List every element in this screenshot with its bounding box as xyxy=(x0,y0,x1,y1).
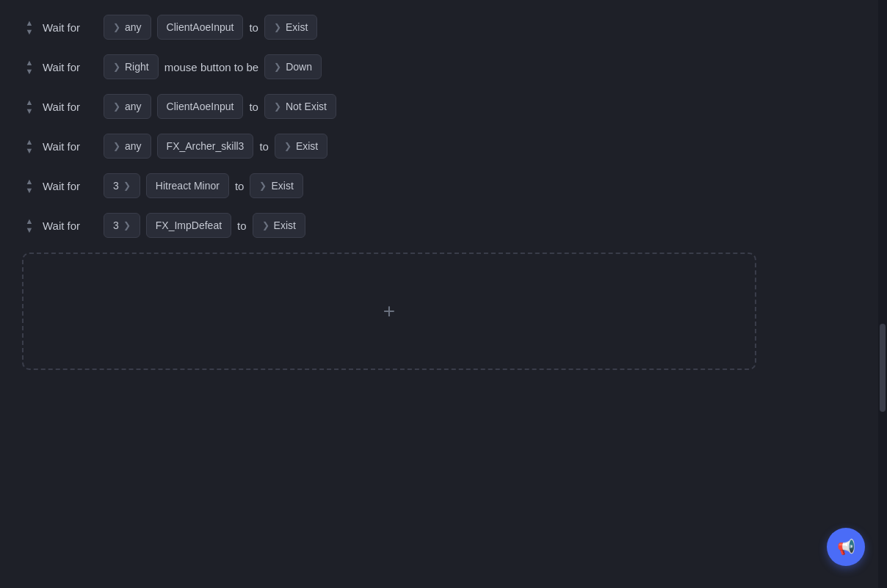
arrow-up-5[interactable]: ▲ xyxy=(26,178,34,186)
mid-text-2: mouse button to be xyxy=(164,61,258,73)
chevron-icon-2b: ❯ xyxy=(274,62,281,72)
add-row-area[interactable]: + xyxy=(22,253,756,370)
arrow-down-4[interactable]: ▼ xyxy=(26,147,34,155)
qualifier-value-4: any xyxy=(125,140,142,152)
sort-arrows-3[interactable]: ▲ ▼ xyxy=(22,98,37,115)
value-text-1: ClientAoeInput xyxy=(167,21,234,33)
arrow-down-3[interactable]: ▼ xyxy=(26,107,34,115)
condition-value-4: Exist xyxy=(296,140,318,152)
chevron-icon-1b: ❯ xyxy=(274,22,281,32)
chevron-icon-6a: ❯ xyxy=(123,220,131,231)
condition-dropdown-5[interactable]: ❯ Exist xyxy=(250,173,303,198)
arrow-up-3[interactable]: ▲ xyxy=(26,98,34,106)
qualifier-dropdown-1[interactable]: ❯ any xyxy=(104,15,151,40)
condition-row-2: ▲ ▼ Wait for ❯ Right mouse button to be … xyxy=(22,54,844,79)
chevron-icon-5a: ❯ xyxy=(123,181,131,191)
wait-for-label-6: Wait for xyxy=(43,219,98,232)
condition-value-1: Exist xyxy=(286,21,308,33)
arrow-up-2[interactable]: ▲ xyxy=(26,59,34,67)
condition-dropdown-1[interactable]: ❯ Exist xyxy=(264,15,317,40)
qualifier-dropdown-4[interactable]: ❯ any xyxy=(104,134,151,159)
wait-for-label-4: Wait for xyxy=(43,140,98,153)
connector-1: to xyxy=(249,21,258,34)
value-dropdown-6[interactable]: FX_ImpDefeat xyxy=(146,213,231,238)
value-text-4: FX_Archer_skill3 xyxy=(167,140,245,152)
connector-6: to xyxy=(237,219,247,232)
main-container: ▲ ▼ Wait for ❯ any ClientAoeInput to ❯ E… xyxy=(0,0,866,385)
qualifier-dropdown-3[interactable]: ❯ any xyxy=(104,94,151,119)
chevron-icon-4b: ❯ xyxy=(284,141,292,151)
connector-5: to xyxy=(235,180,245,192)
arrow-down-1[interactable]: ▼ xyxy=(26,28,34,36)
condition-row-3: ▲ ▼ Wait for ❯ any ClientAoeInput to ❯ N… xyxy=(22,94,844,119)
sort-arrows-4[interactable]: ▲ ▼ xyxy=(22,138,37,155)
chevron-icon-3a: ❯ xyxy=(113,101,120,112)
sort-arrows-1[interactable]: ▲ ▼ xyxy=(22,19,37,36)
value-dropdown-3[interactable]: ClientAoeInput xyxy=(157,94,244,119)
arrow-up-1[interactable]: ▲ xyxy=(26,19,34,27)
arrow-down-5[interactable]: ▼ xyxy=(26,186,34,195)
qualifier-dropdown-5[interactable]: 3 ❯ xyxy=(104,173,140,198)
condition-row-5: ▲ ▼ Wait for 3 ❯ Hitreact Minor to ❯ Exi… xyxy=(22,173,844,198)
arrow-up-4[interactable]: ▲ xyxy=(26,138,34,146)
value-dropdown-5[interactable]: Hitreact Minor xyxy=(146,173,229,198)
value-text-3: ClientAoeInput xyxy=(167,101,234,112)
condition-value-5: Exist xyxy=(271,180,293,192)
wait-for-label-1: Wait for xyxy=(43,21,98,34)
condition-value-6: Exist xyxy=(274,219,296,231)
fab-button[interactable]: 📢 xyxy=(827,528,865,566)
value-text-6: FX_ImpDefeat xyxy=(156,219,222,231)
chevron-icon-2a: ❯ xyxy=(113,62,120,72)
qualifier-value-5: 3 xyxy=(113,180,119,192)
condition-dropdown-6[interactable]: ❯ Exist xyxy=(253,213,305,238)
scrollbar-thumb[interactable] xyxy=(880,324,886,412)
value-dropdown-1[interactable]: ClientAoeInput xyxy=(157,15,244,40)
chevron-icon-3b: ❯ xyxy=(274,101,281,112)
arrow-down-2[interactable]: ▼ xyxy=(26,68,34,76)
connector-3: to xyxy=(249,101,258,113)
condition-row-1: ▲ ▼ Wait for ❯ any ClientAoeInput to ❯ E… xyxy=(22,15,844,40)
qualifier-value-6: 3 xyxy=(113,219,119,231)
qualifier-value-1: any xyxy=(125,21,142,33)
condition-value-3: Not Exist xyxy=(286,101,327,112)
wait-for-label-2: Wait for xyxy=(43,61,98,73)
fab-icon: 📢 xyxy=(837,538,855,556)
qualifier-dropdown-6[interactable]: 3 ❯ xyxy=(104,213,140,238)
sort-arrows-6[interactable]: ▲ ▼ xyxy=(22,217,37,234)
condition-row-6: ▲ ▼ Wait for 3 ❯ FX_ImpDefeat to ❯ Exist xyxy=(22,213,844,238)
qualifier-value-3: any xyxy=(125,101,142,112)
sort-arrows-5[interactable]: ▲ ▼ xyxy=(22,178,37,195)
connector-4: to xyxy=(259,140,269,153)
arrow-down-6[interactable]: ▼ xyxy=(26,226,34,234)
arrow-up-6[interactable]: ▲ xyxy=(26,217,34,225)
chevron-icon-6b: ❯ xyxy=(262,220,269,231)
chevron-icon-1a: ❯ xyxy=(113,22,120,32)
condition-value-2: Down xyxy=(286,61,312,73)
scrollbar-track[interactable] xyxy=(878,0,887,588)
chevron-icon-5b: ❯ xyxy=(259,181,267,191)
wait-for-label-5: Wait for xyxy=(43,180,98,192)
value-text-5: Hitreact Minor xyxy=(156,180,220,192)
wait-for-label-3: Wait for xyxy=(43,101,98,113)
qualifier-dropdown-2[interactable]: ❯ Right xyxy=(104,54,159,79)
chevron-icon-4a: ❯ xyxy=(113,141,120,151)
condition-row-4: ▲ ▼ Wait for ❯ any FX_Archer_skill3 to ❯… xyxy=(22,134,844,159)
condition-dropdown-2[interactable]: ❯ Down xyxy=(264,54,322,79)
qualifier-value-2: Right xyxy=(125,61,149,73)
plus-icon: + xyxy=(383,300,395,323)
value-dropdown-4[interactable]: FX_Archer_skill3 xyxy=(157,134,254,159)
sort-arrows-2[interactable]: ▲ ▼ xyxy=(22,59,37,76)
condition-dropdown-3[interactable]: ❯ Not Exist xyxy=(264,94,336,119)
condition-dropdown-4[interactable]: ❯ Exist xyxy=(275,134,327,159)
